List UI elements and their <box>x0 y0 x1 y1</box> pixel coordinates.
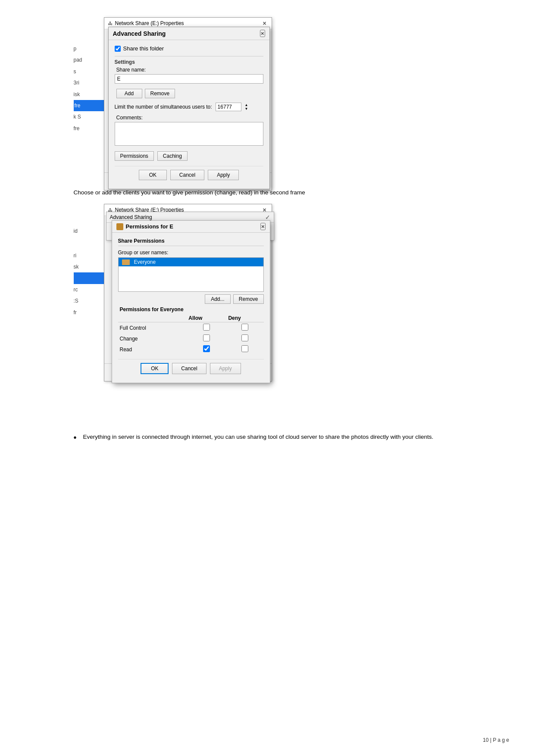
full-control-row: Full Control <box>118 322 264 334</box>
sidebar-text-p: p <box>74 43 104 54</box>
permissions-button[interactable]: Permissions <box>115 151 154 161</box>
read-row: Read <box>118 344 264 355</box>
share-name-input[interactable] <box>115 74 263 84</box>
permissions-table: Allow Deny Full Control <box>118 314 264 355</box>
permissions-title: Permissions for E <box>126 223 174 230</box>
sidebar-text-fre2: fre <box>74 123 104 134</box>
page-number: 10 | P a g e <box>483 737 509 743</box>
adv-ok-button[interactable]: OK <box>139 170 167 180</box>
perm-col-deny: Deny <box>226 314 263 322</box>
add-remove-row: Add Remove <box>116 89 263 98</box>
share-name-label: Share name: <box>116 67 263 73</box>
read-deny-checkbox[interactable] <box>241 345 248 352</box>
everyone-item[interactable]: Everyone <box>119 258 263 266</box>
perm-bottom-buttons: OK Cancel Apply <box>118 359 264 378</box>
change-deny-checkbox[interactable] <box>241 334 248 341</box>
sidebar-text-s: s <box>74 66 104 77</box>
network-share-close-button[interactable]: × <box>261 20 268 27</box>
add-button[interactable]: Add <box>116 89 142 98</box>
advanced-sharing-close-button[interactable]: × <box>260 30 265 37</box>
permissions-body: Share Permissions Group or user names: E… <box>112 233 270 383</box>
bullet-section: • Everything in server is connected thro… <box>74 432 462 443</box>
bullet-item-1: • Everything in server is connected thro… <box>74 432 462 443</box>
sidebar-text-ks: k S <box>74 111 104 122</box>
comments-label: Comments: <box>116 115 263 121</box>
spinner-arrows[interactable]: ▲▼ <box>245 103 248 111</box>
remove-button[interactable]: Remove <box>145 89 175 98</box>
adv-cancel-button[interactable]: Cancel <box>170 170 204 180</box>
permissions-close-button[interactable]: × <box>260 223 266 230</box>
share-folder-label: Share this folder <box>123 45 164 52</box>
sidebar2-text-id: id <box>74 225 104 237</box>
group-listbox[interactable]: Everyone <box>118 257 264 292</box>
advanced-mini-checkmark: ✓ <box>265 214 270 221</box>
full-control-allow-checkbox[interactable] <box>203 324 210 331</box>
share-permissions-header: Share Permissions <box>118 238 264 246</box>
sidebar-text-isk: isk <box>74 89 104 100</box>
sidebar2-text-fr: fr <box>74 307 104 318</box>
limit-label: Limit the number of simultaneous users t… <box>115 104 212 110</box>
perm-col-allow: Allow <box>187 314 226 322</box>
sidebar-text-pad: pad <box>74 54 104 66</box>
permissions-titlebar: Permissions for E × <box>112 221 270 233</box>
sidebar2-text-sk: sk <box>74 261 104 272</box>
bullet-dot-1: • <box>74 432 79 443</box>
full-control-label: Full Control <box>118 322 187 334</box>
settings-label: Settings <box>115 59 263 65</box>
sidebar2-text-rc: rc <box>74 284 104 295</box>
group-add-button[interactable]: Add... <box>205 294 231 304</box>
change-row: Change <box>118 333 264 344</box>
share-folder-checkbox[interactable] <box>115 46 121 52</box>
everyone-icon <box>122 259 130 265</box>
change-allow-checkbox[interactable] <box>203 334 210 341</box>
read-label: Read <box>118 344 187 355</box>
change-label: Change <box>118 333 187 344</box>
limit-input[interactable] <box>216 103 241 111</box>
group-label: Group or user names: <box>118 250 264 256</box>
adv-apply-button[interactable]: Apply <box>208 170 239 180</box>
comments-textarea[interactable] <box>115 122 263 146</box>
perm-apply-button[interactable]: Apply <box>210 363 241 374</box>
advanced-sharing-body: Share this folder Settings Share name: A… <box>109 40 269 189</box>
network-share-title: Network Share (E:) Properties <box>115 20 184 26</box>
perm-col-name <box>118 314 187 322</box>
read-allow-checkbox[interactable] <box>203 345 210 352</box>
adv-bottom-buttons: OK Cancel Apply <box>115 166 263 184</box>
perm-cancel-button[interactable]: Cancel <box>172 363 206 374</box>
sidebar2-text-highlight <box>74 272 104 284</box>
everyone-label: Everyone <box>134 259 156 265</box>
sidebar-text-3ri: 3ri <box>74 77 104 88</box>
sidebar-text-fre: fre <box>74 100 104 111</box>
group-add-remove-row: Add... Remove <box>118 294 264 304</box>
permissions-for-label: Permissions for Everyone <box>120 306 264 312</box>
network-share-icon: 🖧 <box>108 21 113 26</box>
advanced-sharing-mini-title: Advanced Sharing <box>110 214 152 220</box>
advanced-sharing-title: Advanced Sharing <box>113 30 166 37</box>
full-control-deny-checkbox[interactable] <box>241 324 248 331</box>
caching-button[interactable]: Caching <box>157 151 188 161</box>
share-folder-row: Share this folder <box>115 45 263 52</box>
limit-users-row: Limit the number of simultaneous users t… <box>115 103 263 111</box>
sidebar2-text-ri: ri <box>74 250 104 261</box>
permissions-icon <box>116 223 123 230</box>
perm-ok-button[interactable]: OK <box>141 363 169 374</box>
sidebar2-text-s: :S <box>74 295 104 306</box>
bullet-text-1: Everything in server is connected throug… <box>83 432 434 442</box>
group-remove-button[interactable]: Remove <box>233 294 264 304</box>
advanced-sharing-titlebar: Advanced Sharing × <box>109 27 269 40</box>
perm-caching-row: Permissions Caching <box>115 151 263 161</box>
